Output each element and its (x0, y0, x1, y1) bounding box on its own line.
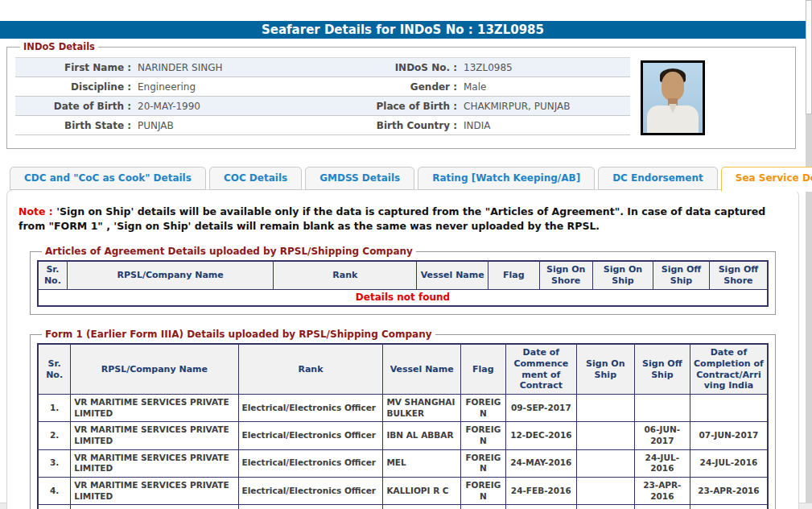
form1-section: Form 1 (Earlier Form IIIA) Details uploa… (30, 329, 776, 509)
column-header: RPSL/Company Name (71, 344, 238, 395)
tab-cdc-and-coc-as-cook-details[interactable]: CDC and "CoC as Cook" Details (10, 167, 206, 190)
indos-fields: First Name :NARINDER SINGHINDoS No. :13Z… (15, 57, 630, 135)
indos-field-row: Discipline :EngineeringGender :Male (15, 77, 630, 97)
column-header: Sign Off Shore (709, 261, 768, 289)
table-row: 2.VR MARITIME SERVICES PRIVATE LIMITEDEl… (38, 422, 768, 449)
column-header: Sr. No. (38, 344, 71, 395)
tab-gmdss-details[interactable]: GMDSS Details (305, 167, 414, 190)
column-header: Vessel Name (417, 261, 488, 289)
cell (634, 395, 690, 422)
field-value: Male (462, 81, 630, 93)
cell (576, 505, 634, 509)
cell: FOREIGN (460, 395, 505, 422)
indos-field-row: Date of Birth :20-MAY-1990Place of Birth… (15, 97, 630, 116)
cell: FOREIGN (460, 422, 505, 449)
field-value: INDIA (462, 120, 630, 131)
field-value: 13ZL0985 (462, 62, 630, 73)
cell: FOREIGN (460, 477, 505, 504)
page-title: Seafarer Details for INDoS No : 13ZL0985 (262, 23, 544, 37)
form1-legend: Form 1 (Earlier Form IIIA) Details uploa… (42, 329, 435, 340)
field-label: Place of Birth : (341, 101, 462, 112)
column-header: Rank (238, 344, 383, 395)
vertical-scrollbar-thumb[interactable] (806, 0, 812, 114)
cell: IBN AL ABBAR (383, 422, 461, 449)
tab-content-panel: Note : 'Sign on Ship' details will be av… (6, 189, 799, 509)
column-header: RPSL/Company Name (67, 261, 274, 289)
column-header: Sr. No. (38, 261, 67, 289)
note-text: Note : 'Sign on Ship' details will be av… (19, 205, 787, 233)
column-header: Vessel Name (383, 344, 461, 395)
cell: 4. (38, 477, 71, 504)
articles-of-agreement-section: Articles of Agreement Details uploaded b… (30, 246, 776, 315)
cell: Electrical/Electronics Officer (238, 422, 383, 449)
field-label: Birth Country : (341, 120, 462, 131)
table-row: 5.VR MARITIME SERVICES PRIVATE LIMITEDEl… (38, 505, 768, 509)
field-value: Engineering (136, 81, 341, 93)
cell: FOREIGN (460, 449, 505, 477)
tab-rating-watch-keeping-ab[interactable]: Rating [Watch Keeping/AB] (418, 167, 595, 190)
cell: VR MARITIME SERVICES PRIVATE LIMITED (71, 395, 238, 422)
cell: 07-JUN-2017 (690, 422, 768, 449)
cell: 09-SEP-2017 (505, 395, 576, 422)
indos-details-legend: INDoS Details (20, 41, 98, 52)
column-header: Date of Commencement of Contract (505, 344, 576, 395)
cell: 23-APR-2016 (634, 477, 690, 504)
table-row: 3.VR MARITIME SERVICES PRIVATE LIMITEDEl… (38, 449, 768, 477)
cell: 24-JUL-2016 (634, 449, 690, 477)
cell: Electrical/Electronics Officer (238, 395, 383, 422)
cell (576, 477, 634, 504)
table-row: 1.VR MARITIME SERVICES PRIVATE LIMITEDEl… (38, 395, 768, 422)
cell: ANDREAS RICKMERS (383, 505, 461, 509)
cell: Electrical/Electronics Officer (238, 449, 383, 477)
cell: Electrical/Electronics Officer (238, 505, 383, 509)
cell: MEL (383, 449, 461, 477)
cell: 22-JAN-2016 (634, 505, 690, 509)
vertical-scrollbar[interactable] (806, 0, 812, 509)
tab-bar: CDC and "CoC as Cook" DetailsCOC Details… (10, 167, 806, 190)
articles-empty-message: Details not found (38, 289, 768, 306)
cell: 3. (38, 449, 71, 477)
field-value: PUNJAB (136, 120, 341, 131)
cell: 1. (38, 395, 71, 422)
articles-header-row: Sr. No.RPSL/Company NameRankVessel NameF… (38, 261, 768, 289)
cell: 22-JAN-2016 (690, 505, 768, 509)
cell: 23-APR-2016 (690, 477, 768, 504)
cell: Electrical/Electronics Officer (238, 477, 383, 504)
cell: VR MARITIME SERVICES PRIVATE LIMITED (71, 477, 238, 504)
field-label: Gender : (341, 81, 462, 93)
cell: VR MARITIME SERVICES PRIVATE LIMITED (71, 422, 238, 449)
articles-legend: Articles of Agreement Details uploaded b… (42, 246, 416, 257)
note-label: Note : (19, 205, 53, 217)
cell: 06-JUN-2017 (634, 422, 690, 449)
articles-table: Sr. No.RPSL/Company NameRankVessel NameF… (37, 260, 769, 307)
articles-empty-row: Details not found (38, 289, 768, 306)
cell: 22-DEC-2015 (505, 505, 576, 509)
cell: KALLIOPI R C (383, 477, 461, 504)
cell (690, 395, 768, 422)
cell: 2. (38, 422, 71, 449)
tab-coc-details[interactable]: COC Details (209, 167, 302, 190)
table-row: 4.VR MARITIME SERVICES PRIVATE LIMITEDEl… (38, 477, 768, 504)
cell (576, 395, 634, 422)
column-header: Flag (460, 344, 505, 395)
note-body: 'Sign on Ship' details will be available… (19, 205, 765, 232)
form1-body: 1.VR MARITIME SERVICES PRIVATE LIMITEDEl… (38, 395, 768, 509)
cell (576, 422, 634, 449)
column-header: Sign On Ship (592, 261, 653, 289)
column-header: Rank (274, 261, 417, 289)
cell: FOREIGN (460, 505, 505, 509)
cell: MV SHANGHAI BULKER (383, 395, 461, 422)
cell: 24-MAY-2016 (505, 449, 576, 477)
page: Seafarer Details for INDoS No : 13ZL0985… (0, 21, 806, 509)
photo-face (662, 72, 684, 101)
form1-table: Sr. No.RPSL/Company NameRankVessel NameF… (37, 343, 769, 509)
tab-sea-service-details[interactable]: Sea Service Details (721, 167, 812, 192)
field-label: Birth State : (15, 120, 136, 131)
form1-header-row: Sr. No.RPSL/Company NameRankVessel NameF… (38, 344, 768, 395)
cell: 12-DEC-2016 (505, 422, 576, 449)
field-label: First Name : (15, 62, 136, 73)
indos-field-row: First Name :NARINDER SINGHINDoS No. :13Z… (15, 57, 630, 77)
tab-dc-endorsement[interactable]: DC Endorsement (598, 167, 718, 190)
indos-field-row: Birth State :PUNJABBirth Country :INDIA (15, 116, 630, 135)
field-value: CHAKMIRPUR, PUNJAB (462, 101, 630, 112)
